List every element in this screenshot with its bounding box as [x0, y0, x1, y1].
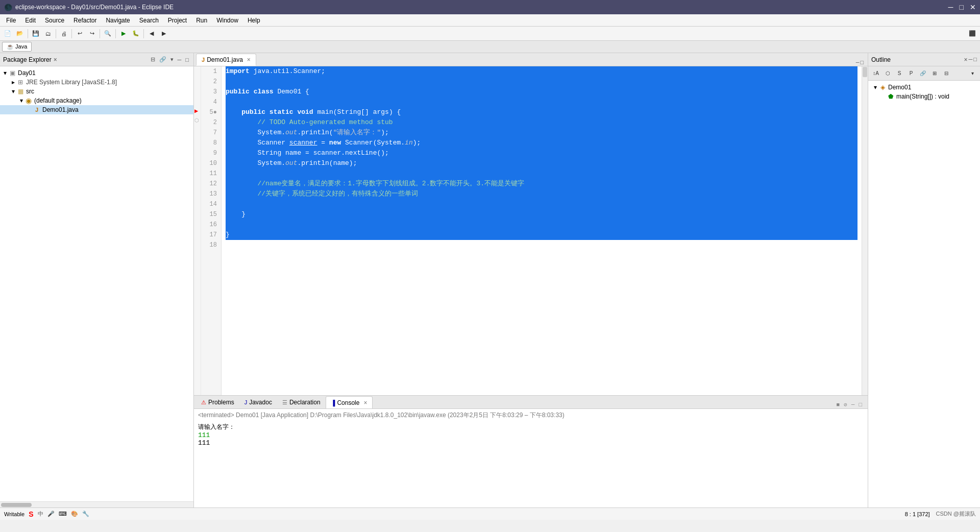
tab-declaration[interactable]: ☰ Declaration — [277, 396, 326, 408]
editor-minimize-icon[interactable]: ─ — [856, 60, 860, 66]
line-num-7: 7 — [205, 128, 217, 138]
outline-hide-static-icon[interactable]: S — [894, 68, 905, 79]
toolbar-search[interactable]: 🔍 — [102, 28, 113, 39]
java-tab-icon: J — [202, 57, 205, 63]
link-with-editor-icon[interactable]: 🔗 — [158, 56, 168, 63]
menu-file[interactable]: File — [2, 16, 20, 25]
toolbar-perspective[interactable]: ⬛ — [967, 28, 978, 39]
editor-tab-close[interactable]: × — [247, 56, 251, 63]
collapse-all-icon[interactable]: ⊟ — [149, 56, 157, 63]
outline-method-icon: ⬟ — [887, 92, 895, 101]
outline-minimize-icon[interactable]: ─ — [969, 56, 973, 63]
javadoc-icon: J — [244, 399, 248, 405]
outline-sync-icon[interactable]: 🔗 — [917, 68, 928, 79]
toolbar-run[interactable]: ▶ — [118, 28, 129, 39]
code-line-16 — [226, 220, 857, 230]
outline-tab-close[interactable]: × — [964, 56, 968, 63]
tab-javadoc[interactable]: J Javadoc — [239, 396, 277, 408]
menu-window[interactable]: Window — [212, 16, 242, 25]
outline-sort-icon[interactable]: ↕A — [870, 68, 881, 79]
outline-maximize-icon[interactable]: □ — [973, 56, 977, 63]
editor-vscrollbar[interactable] — [862, 66, 868, 395]
line-num-5: 5● — [205, 107, 217, 117]
console-clear-icon[interactable]: ⊘ — [842, 401, 849, 408]
tree-toggle-jre[interactable]: ▸ — [10, 79, 16, 86]
outline-toggle-demo01[interactable]: ▾ — [872, 84, 878, 91]
line-numbers: 1 2 3 4 5● 2 7 8 9 10 11 12 13 — [201, 66, 222, 395]
tree-item-src[interactable]: ▾ ▦ src — [0, 87, 193, 96]
title-bar-controls[interactable]: ─ □ ✕ — [948, 3, 976, 11]
menu-project[interactable]: Project — [164, 16, 191, 25]
center-area: J Demo01.java × ─ □ ▶ ⬡ — [194, 53, 868, 507]
editor-maximize-icon[interactable]: □ — [860, 60, 864, 66]
code-editor[interactable]: ▶ ⬡ 1 2 3 4 5● 2 7 8 9 — [194, 66, 868, 395]
outline-hide-fields-icon[interactable]: ⬡ — [882, 68, 893, 79]
tree-item-default-package[interactable]: ▾ ◉ (default package) — [0, 96, 193, 105]
toolbar-debug[interactable]: 🐛 — [130, 28, 141, 39]
outline-toolbar: ↕A ⬡ S P 🔗 ⊞ ⊟ ▾ — [868, 66, 980, 81]
status-cn-icon: 中 — [38, 510, 43, 518]
menu-help[interactable]: Help — [243, 16, 264, 25]
toolbar-print[interactable]: 🖨 — [58, 28, 69, 39]
perspective-java[interactable]: ☕ Java — [2, 42, 32, 52]
outline-collapse-icon[interactable]: ⊟ — [941, 68, 952, 79]
toolbar-undo[interactable]: ↩ — [74, 28, 85, 39]
tree-item-day01[interactable]: ▾ ▣ Day01 — [0, 68, 193, 78]
tree-toggle-day01[interactable]: ▾ — [2, 69, 8, 77]
tab-console[interactable]: ▐ Console × — [326, 396, 373, 408]
menu-refactor[interactable]: Refactor — [69, 16, 101, 25]
toolbar-redo[interactable]: ↪ — [86, 28, 97, 39]
menu-navigate[interactable]: Navigate — [102, 16, 134, 25]
toolbar-save-all[interactable]: 🗂 — [42, 28, 54, 39]
package-explorer-tab-close[interactable]: × — [54, 56, 57, 63]
toolbar-prev[interactable]: ◀ — [146, 28, 157, 39]
menu-search[interactable]: Search — [135, 16, 163, 25]
left-scroll-thumb[interactable] — [1, 503, 32, 507]
maximize-button[interactable]: □ — [960, 3, 964, 11]
outline-item-main[interactable]: ▸ ⬟ main(String[]) : void — [870, 92, 978, 101]
minimize-button[interactable]: ─ — [948, 3, 953, 11]
tree-item-jre[interactable]: ▸ ⊞ JRE System Library [JavaSE-1.8] — [0, 78, 193, 87]
package-explorer-title: Package Explorer — [3, 56, 52, 63]
tree-toggle-package[interactable]: ▾ — [18, 97, 24, 104]
view-menu-icon[interactable]: ▾ — [169, 56, 175, 63]
outline-view-menu-icon[interactable]: ▾ — [967, 68, 978, 79]
status-bar-left: Writable S 中 🎤 ⌨ 🎨 🔧 — [4, 510, 89, 518]
status-mic-icon: 🎤 — [47, 511, 55, 517]
menu-run[interactable]: Run — [192, 16, 211, 25]
console-minimize-icon[interactable]: ─ — [850, 401, 856, 408]
tab-problems[interactable]: ⚠ Problems — [196, 396, 239, 408]
problems-icon: ⚠ — [201, 399, 206, 406]
outline-header: Outline × ─ □ — [868, 53, 980, 66]
toolbar-open[interactable]: 📂 — [14, 28, 26, 39]
menu-edit[interactable]: Edit — [21, 16, 40, 25]
close-button[interactable]: ✕ — [970, 3, 976, 11]
tree-item-demo01[interactable]: ▸ J Demo01.java — [0, 105, 193, 114]
left-scrollbar[interactable] — [0, 501, 193, 507]
bottom-tab-bar: ⚠ Problems J Javadoc ☰ Declaration ▐ — [194, 396, 868, 409]
code-area[interactable]: import java.util.Scanner; public class D… — [222, 66, 862, 395]
minimize-panel-icon[interactable]: ─ — [176, 56, 183, 63]
tree-toggle-src[interactable]: ▾ — [10, 88, 16, 95]
outline-expand-icon[interactable]: ⊞ — [929, 68, 940, 79]
tree-label-demo01: Demo01.java — [42, 106, 191, 113]
menu-source[interactable]: Source — [41, 16, 68, 25]
console-maximize-icon[interactable]: □ — [857, 401, 864, 408]
editor-tab-demo01[interactable]: J Demo01.java × — [196, 54, 256, 66]
toolbar-next[interactable]: ▶ — [158, 28, 169, 39]
outline-hide-nonpublic-icon[interactable]: P — [905, 68, 917, 79]
maximize-panel-icon[interactable]: □ — [184, 56, 190, 63]
vscrollbar-thumb[interactable] — [863, 67, 867, 77]
code-line-10: System.out.println(name); — [226, 158, 857, 168]
package-explorer-title-area: Package Explorer × — [3, 56, 57, 63]
code-line-15: } — [226, 209, 857, 220]
toolbar-save[interactable]: 💾 — [30, 28, 41, 39]
toolbar-new[interactable]: 📄 — [2, 28, 13, 39]
outline-class-icon: ◈ — [878, 83, 887, 91]
console-stop-icon[interactable]: ■ — [835, 401, 842, 408]
console-tab-close[interactable]: × — [363, 399, 367, 406]
line-num-9: 9 — [205, 148, 217, 158]
code-line-8: Scanner scanner = new Scanner(System.in)… — [226, 138, 857, 148]
line-num-8: 8 — [205, 138, 217, 148]
outline-item-demo01[interactable]: ▾ ◈ Demo01 — [870, 83, 978, 92]
